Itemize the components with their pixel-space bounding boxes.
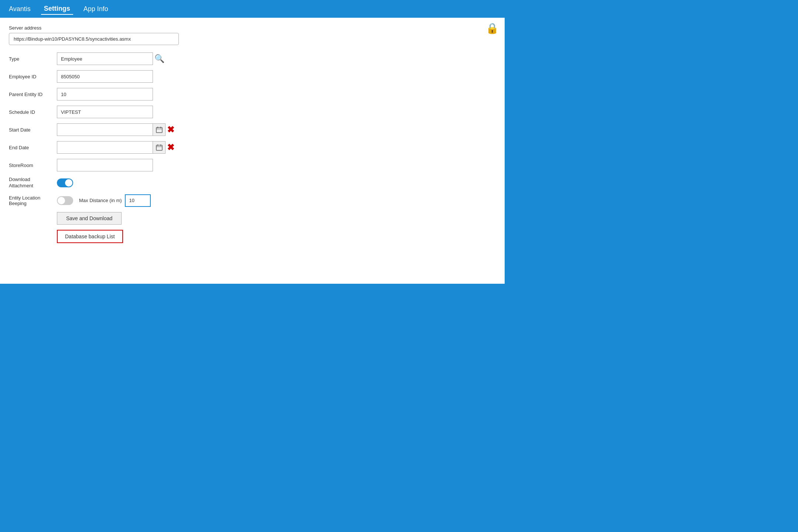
server-address-label: Server address bbox=[9, 25, 496, 31]
employee-id-input[interactable] bbox=[57, 70, 153, 83]
employee-id-label: Employee ID bbox=[9, 74, 57, 79]
main-content: 🔒 Server address Type 🔍 Employee ID Pare… bbox=[0, 18, 505, 284]
start-date-picker-button[interactable] bbox=[153, 123, 166, 136]
storeroom-row: StoreRoom bbox=[9, 159, 496, 171]
download-attachment-label: DownloadAttachment bbox=[9, 177, 57, 189]
schedule-id-input[interactable] bbox=[57, 106, 153, 118]
nav-app-info[interactable]: App Info bbox=[81, 4, 111, 14]
search-button[interactable]: 🔍 bbox=[154, 54, 164, 64]
end-date-picker-button[interactable] bbox=[153, 141, 166, 154]
start-date-input[interactable] bbox=[57, 123, 153, 136]
entity-location-row: Entity LocationBeeping Max Distance (in … bbox=[9, 194, 496, 207]
storeroom-input[interactable] bbox=[57, 159, 153, 171]
storeroom-label: StoreRoom bbox=[9, 163, 57, 168]
nav-settings[interactable]: Settings bbox=[41, 3, 73, 15]
nav-avantis[interactable]: Avantis bbox=[6, 4, 34, 14]
title-bar: Avantis Settings App Info bbox=[0, 0, 505, 18]
server-address-input[interactable] bbox=[9, 33, 179, 45]
calendar-icon bbox=[156, 126, 163, 133]
svg-rect-0 bbox=[156, 127, 162, 133]
entity-location-toggle[interactable] bbox=[57, 196, 73, 205]
database-backup-list-button[interactable]: Database backup List bbox=[57, 230, 123, 243]
end-date-clear-button[interactable]: ✖ bbox=[167, 142, 174, 153]
employee-id-row: Employee ID bbox=[9, 70, 496, 83]
type-row: Type 🔍 bbox=[9, 52, 496, 65]
end-date-input[interactable] bbox=[57, 141, 153, 154]
svg-rect-4 bbox=[156, 145, 162, 150]
save-and-download-button[interactable]: Save and Download bbox=[57, 212, 122, 225]
end-date-label: End Date bbox=[9, 145, 57, 150]
entity-location-toggle-slider bbox=[57, 196, 73, 205]
toggle-knob bbox=[65, 179, 72, 187]
max-distance-label: Max Distance (in m) bbox=[79, 198, 122, 203]
start-date-clear-button[interactable]: ✖ bbox=[167, 125, 174, 135]
entity-location-label: Entity LocationBeeping bbox=[9, 195, 57, 206]
end-date-row: End Date ✖ bbox=[9, 141, 496, 154]
download-attachment-row: DownloadAttachment bbox=[9, 177, 496, 189]
parent-entity-id-input[interactable] bbox=[57, 88, 153, 100]
toggle-slider bbox=[57, 178, 73, 187]
start-date-row: Start Date ✖ bbox=[9, 123, 496, 136]
parent-entity-id-row: Parent Entity ID bbox=[9, 88, 496, 100]
entity-location-toggle-knob bbox=[58, 197, 65, 204]
schedule-id-label: Schedule ID bbox=[9, 109, 57, 115]
parent-entity-id-label: Parent Entity ID bbox=[9, 92, 57, 97]
calendar-icon-end bbox=[156, 144, 163, 151]
type-label: Type bbox=[9, 56, 57, 62]
max-distance-input[interactable] bbox=[125, 194, 151, 207]
schedule-id-row: Schedule ID bbox=[9, 106, 496, 118]
type-input[interactable] bbox=[57, 52, 153, 65]
start-date-label: Start Date bbox=[9, 127, 57, 133]
lock-icon: 🔒 bbox=[486, 22, 499, 34]
download-attachment-toggle[interactable] bbox=[57, 178, 73, 187]
